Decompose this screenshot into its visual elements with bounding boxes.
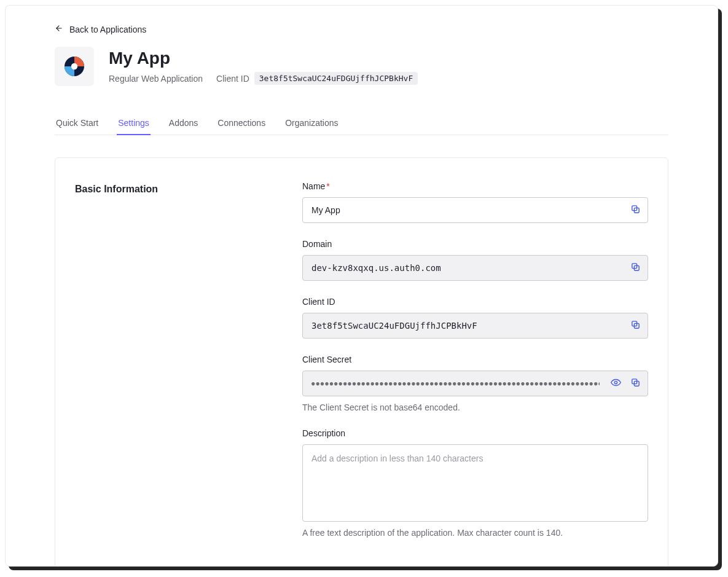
app-title: My App [109,48,418,69]
description-helper: A free text description of the applicati… [302,528,648,538]
basic-information-panel: Basic Information Name* [55,157,668,567]
svg-point-9 [614,381,617,383]
copy-domain-button[interactable] [627,260,643,276]
field-description: Description A free text description of t… [302,428,648,538]
eye-icon [611,377,621,390]
description-label: Description [302,428,648,438]
arrow-left-icon [55,24,63,34]
copy-icon [630,204,641,216]
reveal-client-secret-button[interactable] [608,375,624,391]
field-domain: Domain [302,239,648,281]
description-textarea[interactable] [302,444,648,522]
back-link-label: Back to Applications [69,25,146,34]
tab-connections[interactable]: Connections [216,112,267,135]
name-input[interactable] [302,197,648,223]
app-settings-page: Back to Applications My App Regular Web … [5,5,718,567]
client-secret-label: Client Secret [302,355,648,364]
tab-bar: Quick Start Settings Addons Connections … [55,112,668,135]
tab-organizations[interactable]: Organizations [284,112,339,135]
field-client-secret: Client Secret [302,355,648,412]
svg-point-2 [71,63,77,69]
tab-quick-start[interactable]: Quick Start [55,112,100,135]
section-title: Basic Information [75,181,302,538]
tab-settings[interactable]: Settings [117,112,151,135]
back-to-applications-link[interactable]: Back to Applications [55,24,146,34]
copy-icon [630,262,641,274]
copy-icon [630,320,641,332]
tab-addons[interactable]: Addons [168,112,199,135]
required-indicator: * [326,181,329,191]
copy-client-secret-button[interactable] [627,375,643,391]
copy-client-id-button[interactable] [627,318,643,334]
client-id-label: Client ID [302,297,648,307]
domain-input[interactable] [302,255,648,281]
copy-icon [630,377,641,390]
name-label: Name [302,181,325,191]
app-type-label: Regular Web Application [109,74,203,84]
app-logo-icon [62,54,87,79]
client-id-prefix: Client ID [216,74,249,84]
client-id-chip[interactable]: 3et8f5tSwcaUC24uFDGUjffhJCPBkHvF [254,72,418,85]
field-name: Name* [302,181,648,223]
app-header: My App Regular Web Application Client ID… [55,47,668,86]
domain-label: Domain [302,239,648,249]
client-secret-helper: The Client Secret is not base64 encoded. [302,402,648,412]
app-logo [55,47,94,86]
field-client-id: Client ID [302,297,648,339]
client-secret-input[interactable] [302,371,648,396]
copy-name-button[interactable] [627,202,643,218]
client-id-input[interactable] [302,313,648,339]
